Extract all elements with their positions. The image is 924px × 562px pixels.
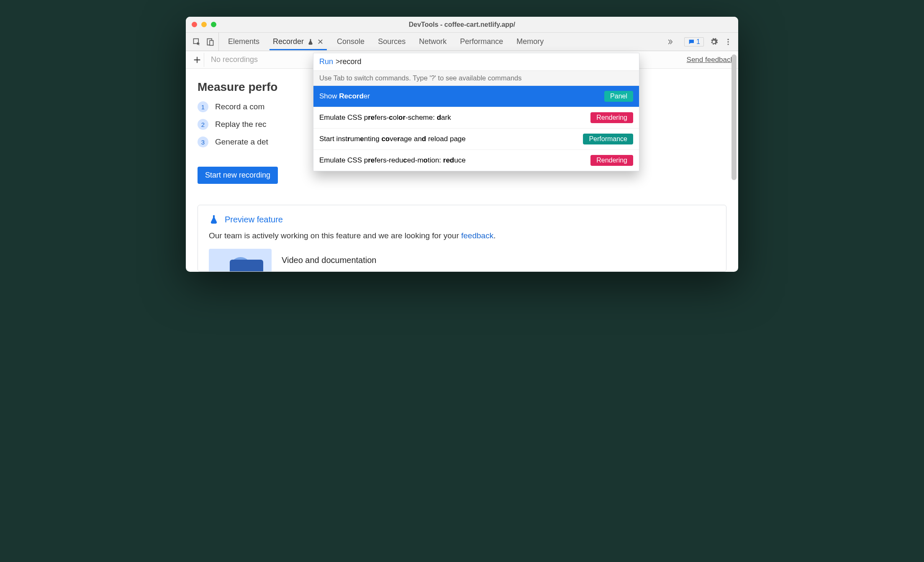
no-recordings-label: No recordings <box>211 55 258 64</box>
palette-item[interactable]: Emulate CSS prefers-color-scheme: darkRe… <box>313 107 639 129</box>
tab-label: Performance <box>460 37 503 46</box>
step-label: Record a com <box>215 102 264 111</box>
tab-close-icon[interactable]: ✕ <box>317 37 323 46</box>
tab-label: Recorder <box>273 37 304 46</box>
tab-performance[interactable]: Performance <box>458 34 505 49</box>
video-doc-label: Video and documentation <box>282 255 376 265</box>
tab-strip: ElementsRecorder✕ConsoleSourcesNetworkPe… <box>186 33 738 51</box>
tab-sources[interactable]: Sources <box>376 34 407 49</box>
settings-icon[interactable] <box>710 38 718 46</box>
svg-point-4 <box>727 41 729 42</box>
flask-icon <box>209 214 219 224</box>
new-recording-button[interactable] <box>190 53 204 67</box>
palette-item-label: Emulate CSS prefers-color-scheme: dark <box>319 113 451 122</box>
device-toolbar-icon[interactable] <box>206 38 214 46</box>
palette-item[interactable]: Start instrumenting coverage and reload … <box>313 129 639 150</box>
tab-memory[interactable]: Memory <box>515 34 545 49</box>
preview-text-before: Our team is actively working on this fea… <box>209 231 461 240</box>
palette-input-row[interactable]: Run >record <box>313 53 639 70</box>
flask-icon <box>307 39 314 45</box>
command-palette: Run >record Use Tab to switch commands. … <box>313 53 639 171</box>
tab-console[interactable]: Console <box>335 34 366 49</box>
palette-item[interactable]: Emulate CSS prefers-reduced-motion: redu… <box>313 150 639 171</box>
svg-rect-2 <box>210 40 213 45</box>
svg-point-5 <box>727 44 729 45</box>
step-label: Replay the rec <box>215 120 267 129</box>
palette-item-label: Show Recorder <box>319 92 370 101</box>
preview-text-after: . <box>493 231 495 240</box>
inspect-icon[interactable] <box>192 38 201 46</box>
palette-item-badge: Rendering <box>590 155 633 166</box>
tab-label: Console <box>337 37 364 46</box>
step-number: 2 <box>198 119 208 130</box>
issues-count: 1 <box>696 38 700 46</box>
video-thumbnail[interactable] <box>209 249 272 271</box>
palette-item-badge: Panel <box>604 91 633 102</box>
preview-feature-box: Preview feature Our team is actively wor… <box>198 205 726 272</box>
step-number: 3 <box>198 137 208 147</box>
palette-run-label: Run <box>319 57 333 66</box>
step-number: 1 <box>198 101 208 112</box>
start-new-recording-button[interactable]: Start new recording <box>198 167 278 184</box>
palette-item-label: Start instrumenting coverage and reload … <box>319 135 466 143</box>
more-tabs-icon[interactable] <box>666 38 674 46</box>
palette-item[interactable]: Show RecorderPanel <box>313 86 639 107</box>
svg-point-3 <box>727 39 729 40</box>
preview-text: Our team is actively working on this fea… <box>209 231 715 240</box>
palette-query: >record <box>336 57 362 66</box>
tab-label: Elements <box>228 37 259 46</box>
issues-badge[interactable]: 1 <box>684 37 704 46</box>
video-doc-row: Video and documentation <box>209 249 715 271</box>
tab-recorder[interactable]: Recorder✕ <box>271 34 325 50</box>
step-label: Generate a det <box>215 137 268 147</box>
devtools-window: DevTools - coffee-cart.netlify.app/ Elem… <box>186 17 738 272</box>
window-title: DevTools - coffee-cart.netlify.app/ <box>186 21 738 28</box>
tab-label: Memory <box>516 37 544 46</box>
kebab-menu-icon[interactable] <box>724 38 732 46</box>
tab-elements[interactable]: Elements <box>226 34 261 49</box>
palette-item-badge: Performance <box>583 134 633 144</box>
palette-item-label: Emulate CSS prefers-reduced-motion: redu… <box>319 156 466 165</box>
palette-hint: Use Tab to switch commands. Type '?' to … <box>313 70 639 86</box>
feedback-link[interactable]: feedback <box>461 231 493 240</box>
send-feedback-link[interactable]: Send feedback <box>687 56 734 64</box>
tab-label: Sources <box>378 37 406 46</box>
tab-label: Network <box>419 37 447 46</box>
palette-item-badge: Rendering <box>590 112 633 123</box>
preview-title: Preview feature <box>225 215 283 224</box>
titlebar: DevTools - coffee-cart.netlify.app/ <box>186 17 738 33</box>
tab-network[interactable]: Network <box>417 34 448 49</box>
